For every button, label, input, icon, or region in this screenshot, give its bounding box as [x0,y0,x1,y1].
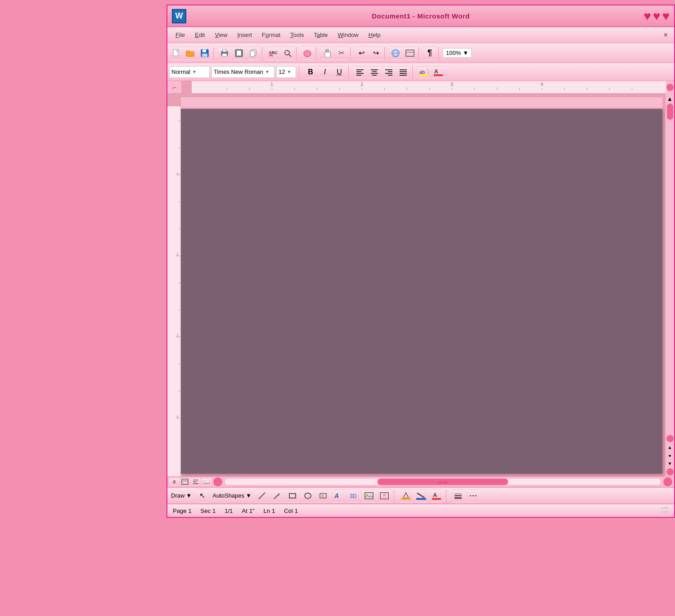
print-preview-button[interactable] [232,46,246,60]
cut-button[interactable]: ✂ [335,46,348,60]
menu-help[interactable]: Help [364,30,385,40]
undo-button[interactable]: ↩ [355,46,368,60]
select-tool-button[interactable]: ↖ [195,489,209,503]
align-right-button[interactable] [382,66,395,78]
status-col-label: Col [284,507,293,514]
draw-sep-2 [446,489,449,502]
horizontal-scrollbar-track[interactable]: ## ## [225,479,661,485]
scroll-circle-mid[interactable] [666,435,674,442]
status-sec-value: 1 [212,507,216,514]
draw-arrow: ▼ [186,492,192,499]
redo-button[interactable]: ↪ [369,46,382,60]
save-button[interactable] [198,46,212,60]
rectangle-tool-button[interactable] [286,489,299,503]
underline-button[interactable]: U [333,66,346,78]
zoom-select[interactable]: 100% ▼ [443,48,472,58]
bold-button[interactable]: B [304,66,317,78]
justify-button[interactable] [397,66,410,78]
new-button[interactable] [169,46,183,60]
hscroll-right-circle[interactable] [663,477,672,486]
highlight-button[interactable]: ab [418,66,430,78]
scroll-circle-bottom[interactable] [666,468,674,476]
zoom-value: 100% [446,50,461,56]
open-button[interactable] [184,46,197,60]
line-style-button[interactable] [451,489,465,503]
menu-file[interactable]: File [171,30,189,40]
menu-table[interactable]: Table [309,30,332,40]
scroll-nav-circle[interactable]: ● [666,451,674,459]
scroll-track[interactable] [666,103,674,434]
paragraph-mark-button[interactable]: ¶ [423,46,436,60]
status-sec-label: Sec [201,507,211,514]
svg-rect-13 [250,51,255,57]
font-dropdown-arrow: ▼ [265,69,270,74]
menu-window[interactable]: Window [333,30,363,40]
scroll-nav-down[interactable]: ▼ [666,459,674,467]
normal-view-button[interactable]: ≡ [169,478,179,486]
search-button[interactable] [281,46,294,60]
font-color-button[interactable]: A [432,66,445,78]
copy-button[interactable] [247,46,260,60]
svg-text:ab: ab [419,69,425,75]
scroll-up-arrow[interactable]: ▲ [666,95,674,103]
misc-button1[interactable] [301,46,314,60]
app-icon: W [172,9,186,23]
menu-view[interactable]: View [210,30,232,40]
textbox-tool-button[interactable]: A [316,489,330,503]
view-toolbar: ≡ 📖 ## ## [167,476,674,487]
web-button[interactable] [389,46,402,60]
menu-tools[interactable]: Tools [286,30,308,40]
document-page[interactable] [181,109,662,474]
line-color-button[interactable] [414,489,428,503]
draw-dropdown[interactable]: Draw ▼ [169,491,194,500]
menu-bar: File Edit View Insert Format Tools Table… [167,27,674,43]
toolbar-separator-4 [316,47,319,59]
font-dropdown[interactable]: Times New Roman ▼ [212,66,274,78]
web-view-button[interactable] [180,478,190,486]
line-tool-button[interactable] [255,489,269,503]
menu-format[interactable]: Format [257,30,285,40]
svg-rect-67 [416,498,426,500]
italic-button[interactable]: I [319,66,331,78]
style-dropdown[interactable]: Normal ▼ [169,66,210,78]
size-dropdown[interactable]: 12 ▼ [276,66,296,78]
draw-font-color-button[interactable]: A [430,489,443,503]
svg-rect-18 [325,52,330,57]
pink-view-button[interactable] [213,477,222,486]
spellcheck-button[interactable]: ABC [266,46,280,60]
outline-view-button[interactable] [191,478,201,486]
window-title: Document1 - Microsoft Word [372,12,470,20]
clipart-button[interactable] [378,489,391,503]
ruler-mark-4: 4 [540,82,543,87]
reading-view-button[interactable]: 📖 [202,478,212,486]
align-center-button[interactable] [368,66,381,78]
autoshapes-dropdown[interactable]: AutoShapes ▼ [211,491,253,500]
page-top-margin [181,97,662,108]
scroll-nav-up[interactable]: ▲ [666,443,674,451]
fmt-sep-2 [348,66,351,78]
arrow-tool-button[interactable] [270,489,284,503]
ruler-mark-2: 2 [360,82,363,87]
paste-button[interactable] [320,46,334,60]
close-button[interactable]: × [661,30,670,40]
view-button[interactable] [403,46,417,60]
menu-insert[interactable]: Insert [233,30,256,40]
svg-rect-8 [222,54,227,56]
wordart-tool-button[interactable]: A [332,489,345,503]
print-button[interactable] [218,46,231,60]
align-left-button[interactable] [354,66,366,78]
fill-color-button[interactable] [399,489,413,503]
size-dropdown-arrow: ▼ [287,69,291,74]
insert-image-button[interactable] [362,489,376,503]
document-area[interactable] [181,94,665,476]
3d-text-button[interactable]: 3D [347,489,360,503]
hearts-decoration: ♥ ♥ ♥ [644,9,670,23]
ruler-mark-1: 1 [270,82,273,87]
dash-style-button[interactable] [467,489,480,503]
autoshapes-label: AutoShapes [212,492,244,499]
scroll-top-circle[interactable] [666,84,674,91]
scroll-thumb[interactable] [667,104,673,120]
menu-edit[interactable]: Edit [190,30,209,40]
oval-tool-button[interactable] [301,489,315,503]
svg-rect-60 [365,493,373,499]
